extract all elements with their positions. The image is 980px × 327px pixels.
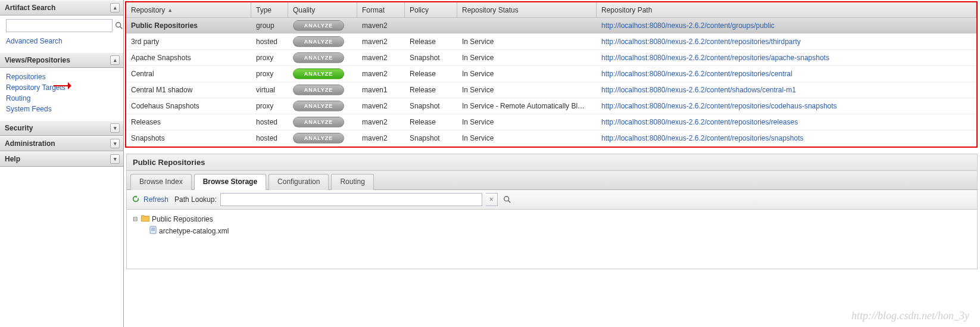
detail-title: Public Repositories [126, 154, 978, 170]
tree-file-row[interactable]: archetype-catalog.xml [149, 225, 972, 237]
table-row[interactable]: Public RepositoriesgroupANALYZEmaven2htt… [126, 18, 976, 34]
path-lookup-input[interactable] [220, 193, 482, 206]
col-header-type[interactable]: Type [251, 2, 288, 17]
artifact-search-title: Artifact Search [5, 4, 55, 12]
collapse-security[interactable]: ▾ [110, 123, 120, 133]
cell-path: http://localhost:8080/nexus-2.6.2/conten… [597, 118, 976, 126]
repo-path-link[interactable]: http://localhost:8080/nexus-2.6.2/conten… [601, 134, 804, 142]
cell-path: http://localhost:8080/nexus-2.6.2/conten… [597, 38, 976, 46]
col-header-path[interactable]: Repository Path [597, 2, 976, 17]
table-row[interactable]: Codehaus SnapshotsproxyANALYZEmaven2Snap… [126, 98, 976, 114]
tree-root-row[interactable]: ⊟ Public Repositories [132, 213, 972, 225]
analyze-button[interactable]: ANALYZE [293, 68, 344, 79]
analyze-button[interactable]: ANALYZE [293, 117, 344, 127]
cell-status: In Service [457, 70, 597, 78]
repo-path-link[interactable]: http://localhost:8080/nexus-2.6.2/conten… [601, 118, 798, 126]
cell-quality: ANALYZE [288, 20, 357, 31]
cell-status: In Service [457, 134, 597, 142]
file-icon [149, 226, 157, 236]
cell-repository: Releases [126, 118, 251, 126]
search-icon[interactable] [115, 20, 123, 32]
storage-tree: ⊟ Public Repositories archetype-catalog.… [126, 210, 978, 269]
cell-status: In Service [457, 38, 597, 46]
help-header[interactable]: Help ▾ [0, 151, 123, 167]
repo-path-link[interactable]: http://localhost:8080/nexus-2.6.2/conten… [601, 70, 792, 78]
table-row[interactable]: Central M1 shadowvirtualANALYZEmaven1Rel… [126, 82, 976, 98]
table-row[interactable]: 3rd partyhostedANALYZEmaven2ReleaseIn Se… [126, 34, 976, 50]
analyze-button[interactable]: ANALYZE [293, 85, 344, 95]
cell-type: proxy [251, 54, 288, 62]
sidebar-item-system-feeds[interactable]: System Feeds [6, 104, 118, 114]
collapse-help[interactable]: ▾ [110, 154, 120, 164]
col-header-format[interactable]: Format [357, 2, 405, 17]
advanced-search-link[interactable]: Advanced Search [6, 36, 118, 46]
sidebar-item-repository-targets[interactable]: Repository Targets [6, 82, 118, 93]
refresh-icon[interactable] [132, 195, 140, 205]
artifact-search-body: Advanced Search [0, 15, 123, 52]
cell-policy: Snapshot [405, 102, 457, 110]
cell-status: In Service [457, 86, 597, 94]
cell-type: group [251, 21, 288, 30]
col-header-status[interactable]: Repository Status [457, 2, 597, 17]
security-header[interactable]: Security ▾ [0, 120, 123, 136]
administration-header[interactable]: Administration ▾ [0, 136, 123, 151]
artifact-search-input[interactable] [6, 19, 113, 32]
collapse-icon[interactable]: ⊟ [132, 216, 139, 222]
main: Repository ▲ Type Quality Format Policy … [124, 0, 980, 327]
analyze-button[interactable]: ANALYZE [293, 20, 344, 31]
sidebar: Artifact Search ▴ Advanced Search Views/… [0, 0, 124, 327]
tab-browse-index[interactable]: Browse Index [130, 174, 192, 190]
cell-quality: ANALYZE [288, 117, 357, 127]
col-header-repository[interactable]: Repository ▲ [126, 2, 251, 17]
cell-repository: Central M1 shadow [126, 86, 251, 94]
analyze-button[interactable]: ANALYZE [293, 36, 344, 47]
table-row[interactable]: ReleaseshostedANALYZEmaven2ReleaseIn Ser… [126, 114, 976, 130]
refresh-link[interactable]: Refresh [143, 195, 168, 204]
cell-status: In Service [457, 54, 597, 62]
grid-header-row: Repository ▲ Type Quality Format Policy … [126, 2, 976, 18]
svg-point-2 [504, 197, 509, 201]
repo-path-link[interactable]: http://localhost:8080/nexus-2.6.2/conten… [601, 54, 829, 62]
table-row[interactable]: Apache SnapshotsproxyANALYZEmaven2Snapsh… [126, 50, 976, 66]
tab-browse-storage[interactable]: Browse Storage [194, 174, 266, 190]
sidebar-item-routing[interactable]: Routing [6, 93, 118, 104]
cell-type: proxy [251, 70, 288, 78]
help-title: Help [5, 155, 20, 163]
detail-toolbar: Refresh Path Lookup: × [126, 190, 978, 210]
cell-status: In Service [457, 118, 597, 126]
tab-routing[interactable]: Routing [331, 174, 373, 190]
repo-path-link[interactable]: http://localhost:8080/nexus-2.6.2/conten… [601, 86, 796, 94]
cell-quality: ANALYZE [288, 133, 357, 144]
analyze-button[interactable]: ANALYZE [293, 133, 344, 144]
cell-policy: Release [405, 86, 457, 94]
table-row[interactable]: SnapshotshostedANALYZEmaven2SnapshotIn S… [126, 130, 976, 147]
collapse-administration[interactable]: ▾ [110, 139, 120, 148]
cell-format: maven2 [357, 38, 405, 46]
col-header-quality[interactable]: Quality [288, 2, 357, 17]
cell-path: http://localhost:8080/nexus-2.6.2/conten… [597, 21, 976, 30]
cell-type: proxy [251, 102, 288, 110]
repo-path-link[interactable]: http://localhost:8080/nexus-2.6.2/conten… [601, 21, 775, 30]
analyze-button[interactable]: ANALYZE [293, 101, 344, 111]
collapse-artifact-search[interactable]: ▴ [110, 3, 120, 13]
repo-path-link[interactable]: http://localhost:8080/nexus-2.6.2/conten… [601, 38, 801, 46]
analyze-button[interactable]: ANALYZE [293, 52, 344, 63]
tab-configuration[interactable]: Configuration [269, 174, 329, 190]
cell-repository: Public Repositories [126, 21, 251, 30]
repositories-grid: Repository ▲ Type Quality Format Policy … [125, 1, 978, 148]
cell-policy: Snapshot [405, 54, 457, 62]
clear-icon[interactable]: × [486, 193, 498, 206]
grid-body: Public RepositoriesgroupANALYZEmaven2htt… [126, 18, 976, 147]
repo-path-link[interactable]: http://localhost:8080/nexus-2.6.2/conten… [601, 102, 837, 110]
artifact-search-header: Artifact Search ▴ [0, 0, 123, 15]
cell-path: http://localhost:8080/nexus-2.6.2/conten… [597, 70, 976, 78]
path-search-icon[interactable] [501, 194, 513, 205]
table-row[interactable]: CentralproxyANALYZEmaven2ReleaseIn Servi… [126, 66, 976, 82]
cell-policy: Release [405, 70, 457, 78]
collapse-views[interactable]: ▴ [110, 55, 120, 65]
col-header-policy[interactable]: Policy [405, 2, 457, 17]
cell-repository: Apache Snapshots [126, 54, 251, 62]
cell-path: http://localhost:8080/nexus-2.6.2/conten… [597, 102, 976, 110]
cell-repository: Central [126, 70, 251, 78]
sidebar-item-repositories[interactable]: Repositories [6, 71, 118, 82]
